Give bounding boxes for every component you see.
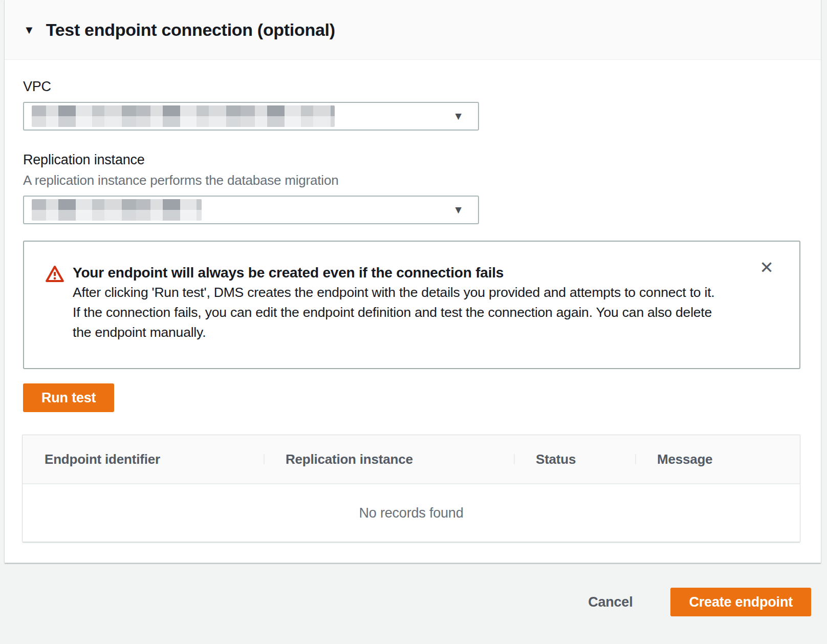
cancel-button[interactable]: Cancel bbox=[588, 594, 633, 610]
warning-text: Your endpoint will always be created eve… bbox=[73, 263, 723, 342]
warning-triangle-icon bbox=[45, 264, 64, 286]
table-header-row: Endpoint identifier Replication instance… bbox=[23, 435, 800, 484]
replication-instance-label: Replication instance bbox=[23, 151, 800, 168]
close-icon[interactable]: ✕ bbox=[757, 257, 776, 278]
replication-instance-redacted-value bbox=[32, 199, 202, 221]
table-empty-state: No records found bbox=[23, 484, 800, 542]
warning-alert: Your endpoint will always be created eve… bbox=[23, 241, 800, 369]
vpc-redacted-value bbox=[32, 105, 335, 127]
panel-header[interactable]: ▼ Test endpoint connection (optional) bbox=[5, 0, 821, 60]
panel-title: Test endpoint connection (optional) bbox=[46, 20, 335, 40]
warning-title: Your endpoint will always be created eve… bbox=[73, 263, 723, 283]
collapse-triangle-icon[interactable]: ▼ bbox=[24, 25, 35, 36]
create-endpoint-button[interactable]: Create endpoint bbox=[670, 588, 811, 616]
column-header-replication-instance: Replication instance bbox=[264, 452, 514, 467]
test-endpoint-panel: ▼ Test endpoint connection (optional) VP… bbox=[4, 0, 821, 563]
vpc-field: VPC ▼ bbox=[23, 78, 800, 131]
caret-down-icon: ▼ bbox=[453, 204, 464, 215]
panel-body: VPC ▼ Replication instance A replication… bbox=[5, 78, 821, 542]
vpc-label: VPC bbox=[23, 78, 800, 95]
column-header-message: Message bbox=[635, 452, 800, 467]
column-header-endpoint-identifier: Endpoint identifier bbox=[23, 452, 264, 467]
footer-actions: Cancel Create endpoint bbox=[588, 588, 811, 616]
caret-down-icon: ▼ bbox=[453, 111, 464, 121]
column-header-status: Status bbox=[514, 452, 635, 467]
test-results-table: Endpoint identifier Replication instance… bbox=[22, 435, 800, 542]
replication-instance-field: Replication instance A replication insta… bbox=[23, 151, 800, 224]
vpc-select[interactable]: ▼ bbox=[23, 102, 479, 131]
run-test-button[interactable]: Run test bbox=[23, 383, 114, 412]
replication-instance-select[interactable]: ▼ bbox=[23, 196, 479, 224]
replication-instance-description: A replication instance performs the data… bbox=[23, 171, 800, 189]
warning-body: After clicking 'Run test', DMS creates t… bbox=[73, 283, 723, 342]
